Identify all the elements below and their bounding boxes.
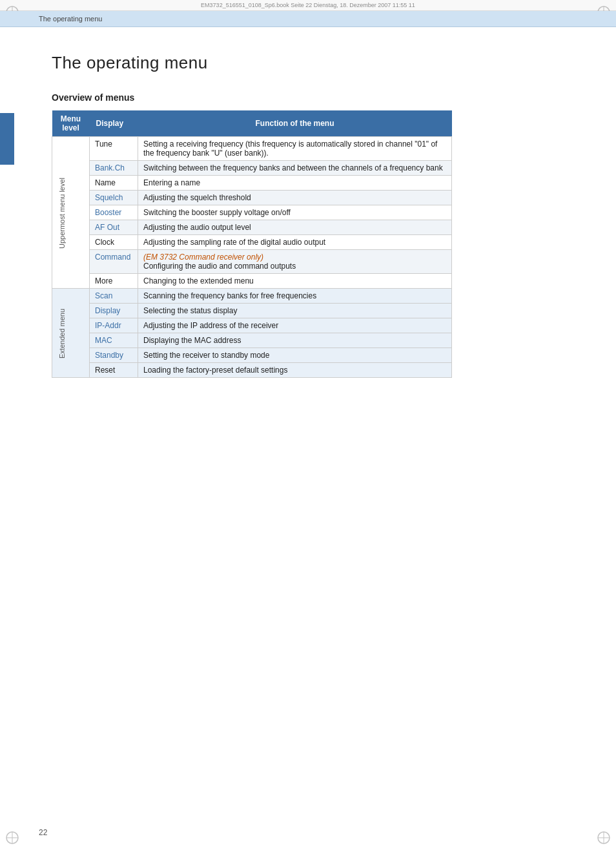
header-bar: The operating menu [0,11,616,27]
table-row: NameEntering a name [52,176,452,191]
display-cell: MAC [90,333,138,348]
display-cell: Booster [90,205,138,220]
display-cell: IP-Addr [90,318,138,333]
function-cell: Loading the factory-preset default setti… [138,363,452,378]
display-cell: AF Out [90,220,138,235]
display-cell: Standby [90,348,138,363]
function-cell: Adjusting the squelch threshold [138,191,452,205]
function-cell: Displaying the MAC address [138,333,452,348]
col-header-display: Display [90,110,138,137]
display-cell: Scan [90,289,138,304]
col-header-menu: Menulevel [52,110,90,137]
table-row: ResetLoading the factory-preset default … [52,363,452,378]
page-number: 22 [39,828,47,837]
table-row: BoosterSwitching the booster supply volt… [52,205,452,220]
page-title: The operating menu [52,53,577,73]
display-cell: Command [90,250,138,274]
table-row: DisplaySelecting the status display [52,304,452,318]
function-cell: Setting a receiving frequency (this freq… [138,137,452,161]
function-cell: (EM 3732 Command receiver only)Configuri… [138,250,452,274]
table-row: MoreChanging to the extended menu [52,274,452,289]
table-row: IP-AddrAdjusting the IP address of the r… [52,318,452,333]
corner-mark-br [597,831,611,845]
display-cell: Bank.Ch [90,161,138,176]
function-cell: Scanning the frequency banks for free fr… [138,289,452,304]
table-row: Extended menuScanScanning the frequency … [52,289,452,304]
function-cell: Entering a name [138,176,452,191]
file-reference: EM3732_516551_0108_Sp6.book Seite 22 Die… [0,0,616,11]
table-row: ClockAdjusting the sampling rate of the … [52,235,452,250]
function-cell: Adjusting the sampling rate of the digit… [138,235,452,250]
table-row: AF OutAdjusting the audio output level [52,220,452,235]
function-cell: Switching between the frequency banks an… [138,161,452,176]
col-header-function: Function of the menu [138,110,452,137]
table-row: MACDisplaying the MAC address [52,333,452,348]
function-cell: Changing to the extended menu [138,274,452,289]
display-cell: Clock [90,235,138,250]
menu-table: Menulevel Display Function of the menu U… [52,110,452,378]
breadcrumb: The operating menu [39,15,102,23]
sidebar-blue-rect [0,113,14,165]
display-cell: Tune [90,137,138,161]
table-row: Bank.ChSwitching between the frequency b… [52,161,452,176]
table-row: StandbySetting the receiver to standby m… [52,348,452,363]
function-cell: Selecting the status display [138,304,452,318]
section-title: Overview of menus [52,92,577,103]
display-cell: Squelch [90,191,138,205]
display-cell: More [90,274,138,289]
function-cell: Adjusting the audio output level [138,220,452,235]
group-label-cell: Uppermost menu level [52,137,90,289]
function-cell: Switching the booster supply voltage on/… [138,205,452,220]
corner-mark-bl [5,831,19,845]
function-cell: Adjusting the IP address of the receiver [138,318,452,333]
group-label-cell: Extended menu [52,289,90,378]
function-cell: Setting the receiver to standby mode [138,348,452,363]
display-cell: Display [90,304,138,318]
main-content: The operating menu Overview of menus Men… [0,27,616,404]
display-cell: Reset [90,363,138,378]
table-row: Command(EM 3732 Command receiver only)Co… [52,250,452,274]
table-header-row: Menulevel Display Function of the menu [52,110,452,137]
table-row: Uppermost menu levelTuneSetting a receiv… [52,137,452,161]
table-row: SquelchAdjusting the squelch threshold [52,191,452,205]
display-cell: Name [90,176,138,191]
